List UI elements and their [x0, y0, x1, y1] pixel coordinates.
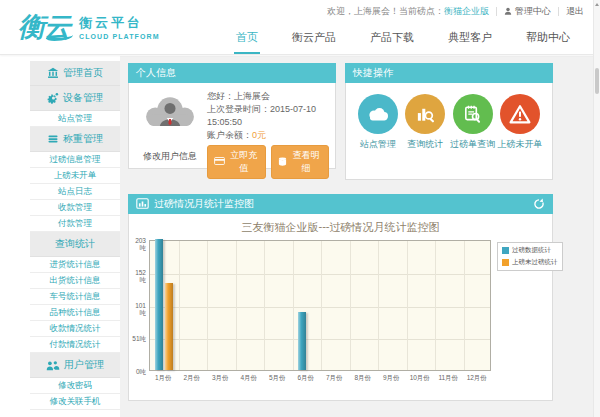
person-icon [504, 7, 512, 17]
sidebar-item-link[interactable]: 进货统计信息 [30, 257, 120, 273]
credit-card-icon [214, 157, 225, 167]
sidebar-item-section[interactable]: 设备管理 [30, 86, 120, 111]
sidebar-item-label: 出货统计信息 [50, 275, 101, 287]
logout-link[interactable]: 退出 [566, 5, 584, 18]
gridline [464, 241, 465, 370]
sidebar-item-link[interactable]: 收款管理 [30, 200, 120, 216]
scrollbar-thumb[interactable] [595, 68, 599, 94]
sidebar-item-section[interactable]: 称重管理 [30, 127, 120, 152]
gridline [407, 241, 408, 370]
sidebar-item-link[interactable]: 修改关联手机 [30, 394, 120, 410]
gridline [378, 241, 379, 370]
legend-swatch [502, 259, 509, 266]
page: 衡云 衡云平台 CLOUD PLATFORM 欢迎，上海展会！当前磅点： 衡猫企… [0, 0, 600, 417]
gridline [264, 241, 265, 370]
avatar-column: 修改用户信息 [137, 90, 203, 163]
legend-entry: 过磅数据统计 [502, 246, 558, 255]
y-tick-label: 152吨 [129, 269, 146, 285]
sidebar-item-section[interactable]: 查询统计 [30, 232, 120, 257]
sidebar-item-link[interactable]: 上磅未开单 [30, 168, 120, 184]
cloud-icon [358, 94, 398, 134]
sidebar-item-label: 管理首页 [63, 66, 103, 80]
main-nav: 首页衡云产品产品下载典型客户帮助中心 [234, 27, 572, 54]
view-detail-button[interactable]: 查看明细 [271, 145, 329, 179]
scrollbar [593, 0, 600, 417]
quick-action[interactable]: 站点管理 [355, 94, 401, 179]
profile-panel-header: 个人信息 [128, 63, 336, 83]
list-icon [47, 133, 59, 145]
refresh-icon[interactable] [533, 198, 545, 210]
sidebar-item-section[interactable]: 管理首页 [30, 61, 120, 86]
logo: 衡云 衡云平台 CLOUD PLATFORM [18, 8, 160, 46]
x-tick-label: 8月份 [349, 374, 378, 383]
current-site-link[interactable]: 衡猫企业版 [444, 5, 489, 18]
bar-过磅数据统计 [298, 312, 306, 370]
recharge-button-label: 立即充值 [228, 149, 259, 175]
x-tick-label: 2月份 [178, 374, 207, 383]
scrollbar-up-arrow[interactable] [594, 0, 600, 9]
nav-tab[interactable]: 典型客户 [446, 27, 494, 54]
sidebar-item-link[interactable]: 出货统计信息 [30, 273, 120, 289]
sidebar-item-label: 收款情况统计 [50, 323, 101, 335]
topbar: 欢迎，上海展会！当前磅点： 衡猫企业版 管理中心 退出 [327, 5, 584, 18]
doc-search-icon [453, 94, 493, 134]
app-header: 衡云 衡云平台 CLOUD PLATFORM 欢迎，上海展会！当前磅点： 衡猫企… [0, 0, 600, 55]
nav-tab[interactable]: 帮助中心 [524, 27, 572, 54]
balance-value: 0元 [252, 130, 266, 140]
chart-panel-title: 过磅情况月统计监控图 [154, 197, 254, 211]
quick-actions-panel: 快捷操作 站点管理查询统计过磅单查询上磅未开单 [345, 63, 553, 180]
chart-legend: 过磅数据统计上磅未过磅统计 [497, 242, 563, 271]
sidebar-item-link[interactable]: 过磅信息管理 [30, 152, 120, 168]
sidebar-item-link[interactable]: 车号统计信息 [30, 289, 120, 305]
gridline [350, 241, 351, 370]
last-login-line: 上次登录时间：2015-07-10 15:05:50 [207, 103, 329, 129]
balance-line: 账户余额：0元 [207, 129, 329, 142]
nav-tab[interactable]: 首页 [234, 27, 260, 54]
y-tick-label: 0吨 [129, 368, 146, 377]
x-tick-label: 4月份 [235, 374, 264, 383]
sidebar-item-link[interactable]: 品种统计信息 [30, 305, 120, 321]
x-tick-label: 1月份 [149, 374, 178, 383]
sidebar-item-label: 过磅信息管理 [50, 154, 101, 166]
quick-action[interactable]: 查询统计 [402, 94, 448, 179]
nav-tab[interactable]: 衡云产品 [290, 27, 338, 54]
sidebar-item-label: 站点管理 [58, 113, 92, 125]
sidebar-item-label: 用户管理 [64, 358, 104, 372]
welcome-text: 欢迎，上海展会！当前磅点： [327, 5, 444, 18]
logo-text: 衡云平台 CLOUD PLATFORM [79, 14, 160, 40]
sidebar-item-label: 付款管理 [58, 218, 92, 230]
chart-body: 三友衡猫企业版---过磅情况月统计监控图 0吨51吨101吨152吨203吨 1… [128, 214, 553, 401]
sidebar-item-link[interactable]: 付款情况统计 [30, 337, 120, 353]
sidebar-item-label: 收款管理 [58, 202, 92, 214]
x-tick-label: 6月份 [292, 374, 321, 383]
sidebar-item-label: 修改密码 [58, 380, 92, 392]
sidebar-item-link[interactable]: 站点日志 [30, 184, 120, 200]
sidebar-item-link[interactable]: 站点管理 [30, 111, 120, 127]
bar-过磅数据统计 [155, 239, 163, 370]
quick-action[interactable]: 上磅未开单 [497, 94, 543, 179]
sidebar-item-link[interactable]: 修改密码 [30, 378, 120, 394]
logo-subtitle: CLOUD PLATFORM [79, 33, 160, 40]
bar-chart-icon [136, 198, 149, 211]
sidebar-item-link[interactable]: 收款情况统计 [30, 321, 120, 337]
chart-panel-header-left: 过磅情况月统计监控图 [136, 197, 254, 211]
gridline [321, 241, 322, 370]
recharge-button[interactable]: 立即充值 [207, 145, 266, 179]
quick-action-label: 站点管理 [360, 139, 396, 150]
chart-plot-area [149, 240, 491, 371]
gears-icon [47, 92, 59, 104]
edit-user-info-link[interactable]: 修改用户信息 [143, 150, 197, 163]
sidebar-item-section[interactable]: 用户管理 [30, 353, 120, 378]
sidebar-item-link[interactable]: 付款管理 [30, 216, 120, 232]
sidebar-item-label: 称重管理 [63, 132, 103, 146]
sidebar-item-label: 品种统计信息 [50, 307, 101, 319]
nav-tab[interactable]: 产品下载 [368, 27, 416, 54]
legend-label: 过磅数据统计 [512, 246, 551, 255]
logo-mark: 衡云 [18, 8, 70, 46]
y-tick-label: 101吨 [129, 302, 146, 318]
quick-action[interactable]: 过磅单查询 [450, 94, 496, 179]
last-login-label: 上次登录时间： [207, 104, 270, 114]
quick-action-label: 查询统计 [407, 139, 443, 150]
admin-center-link[interactable]: 管理中心 [504, 5, 551, 18]
chart-panel: 过磅情况月统计监控图 三友衡猫企业版---过磅情况月统计监控图 0吨51吨101… [128, 194, 553, 401]
